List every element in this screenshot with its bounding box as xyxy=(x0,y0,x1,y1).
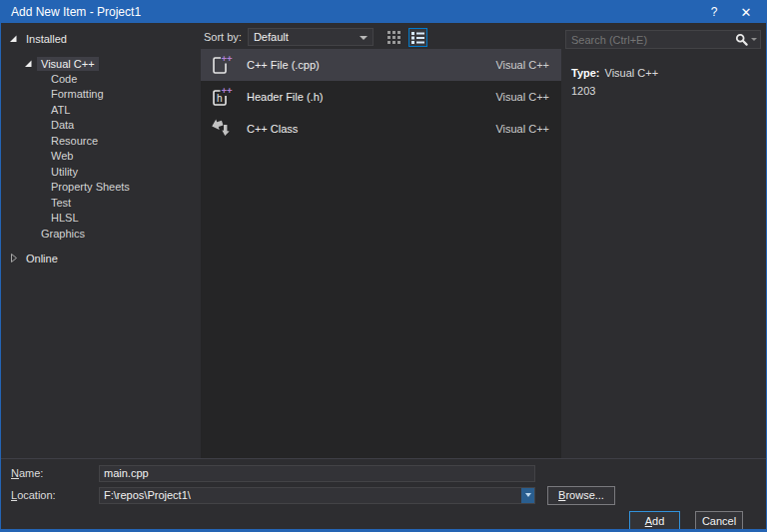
cpp-class-icon xyxy=(209,117,233,141)
add-new-item-dialog: Add New Item - Project1 ? ✕ Installed Vi… xyxy=(0,0,767,532)
tree-node-code[interactable]: Code xyxy=(1,71,201,87)
tree-spacer xyxy=(1,46,201,56)
location-label: Location: xyxy=(1,489,99,501)
tree-node-web[interactable]: Web xyxy=(1,149,201,165)
tree-node-label[interactable]: Online xyxy=(22,252,62,266)
sort-toolbar: Sort by: Default xyxy=(201,23,561,49)
template-category: Visual C++ xyxy=(495,59,549,71)
tree-node-label[interactable]: Formatting xyxy=(47,87,108,101)
search-box xyxy=(565,30,761,49)
close-button[interactable]: ✕ xyxy=(730,1,762,23)
help-button[interactable]: ? xyxy=(698,1,730,23)
name-label: Name: xyxy=(1,467,99,479)
template-category: Visual C++ xyxy=(495,123,549,135)
tree-node-label[interactable]: Resource xyxy=(47,134,102,148)
tree-node-installed[interactable]: Installed xyxy=(1,31,201,46)
expanded-triangle-icon[interactable] xyxy=(7,33,19,45)
location-field-row: Location: Browse... xyxy=(1,486,766,504)
small-icons-grid-icon xyxy=(386,30,401,45)
tree-spacer xyxy=(1,241,201,251)
tree-node-resource[interactable]: Resource xyxy=(1,133,201,149)
list-view-icon xyxy=(410,30,425,45)
tree-node-atl[interactable]: ATL xyxy=(1,102,201,118)
search-input[interactable] xyxy=(565,30,761,49)
tree-node-label[interactable]: Property Sheets xyxy=(47,180,134,194)
details-panel: Type:Visual C++ 1203 xyxy=(561,23,766,458)
name-field-row: Name: xyxy=(1,464,766,482)
list-view-button[interactable] xyxy=(408,28,427,47)
tree-node-formatting[interactable]: Formatting xyxy=(1,87,201,103)
tree-node-property-sheets[interactable]: Property Sheets xyxy=(1,180,201,196)
dialog-title: Add New Item - Project1 xyxy=(1,5,698,19)
tree-node-label[interactable]: Data xyxy=(47,118,78,132)
template-category: Visual C++ xyxy=(495,91,549,103)
template-name: Header File (.h) xyxy=(247,91,495,103)
tree-node-test[interactable]: Test xyxy=(1,195,201,211)
category-tree: Installed Visual C++ Code Formatting ATL… xyxy=(1,23,201,458)
collapsed-triangle-icon[interactable] xyxy=(7,253,19,265)
tree-node-utility[interactable]: Utility xyxy=(1,164,201,180)
cpp-file-icon: ++ xyxy=(209,53,233,77)
template-panel: Sort by: Default xyxy=(201,23,561,458)
tree-node-visual-cpp[interactable]: Visual C++ xyxy=(1,56,201,71)
dialog-footer: Name: Location: Browse... Add Cancel xyxy=(1,458,766,529)
tree-node-label[interactable]: HLSL xyxy=(47,211,83,225)
tree-node-online[interactable]: Online xyxy=(1,251,201,266)
search-icon[interactable] xyxy=(735,33,748,46)
template-list: ++ C++ File (.cpp) Visual C++ h ++ Heade… xyxy=(201,49,561,458)
search-controls xyxy=(735,33,757,46)
tree-node-label[interactable]: Code xyxy=(47,72,81,86)
template-row-header-file[interactable]: h ++ Header File (.h) Visual C++ xyxy=(201,81,561,113)
sort-dropdown-value: Default xyxy=(254,31,289,43)
tree-node-graphics[interactable]: Graphics xyxy=(1,226,201,241)
template-name: C++ Class xyxy=(247,123,495,135)
cancel-button[interactable]: Cancel xyxy=(695,511,743,531)
template-row-cpp-file[interactable]: ++ C++ File (.cpp) Visual C++ xyxy=(201,49,561,81)
search-options-chevron-icon[interactable] xyxy=(751,38,757,41)
tree-node-data[interactable]: Data xyxy=(1,118,201,134)
location-dropdown-button[interactable] xyxy=(521,488,534,503)
tree-node-label[interactable]: ATL xyxy=(47,103,74,117)
title-bar[interactable]: Add New Item - Project1 ? ✕ xyxy=(1,1,766,23)
template-details: Type:Visual C++ 1203 xyxy=(571,64,761,100)
location-input[interactable] xyxy=(99,487,535,504)
name-input[interactable] xyxy=(99,465,535,482)
svg-text:++: ++ xyxy=(222,85,234,96)
tree-node-label[interactable]: Utility xyxy=(47,165,82,179)
type-label: Type: xyxy=(571,67,600,79)
chevron-down-icon xyxy=(525,493,531,497)
dialog-body: Installed Visual C++ Code Formatting ATL… xyxy=(1,23,766,458)
add-button[interactable]: Add xyxy=(629,511,680,531)
tree-node-label[interactable]: Test xyxy=(47,196,75,210)
tree-node-label[interactable]: Graphics xyxy=(37,227,89,241)
tree-node-label[interactable]: Installed xyxy=(22,32,71,46)
tree-node-hlsl[interactable]: HLSL xyxy=(1,211,201,227)
small-icons-view-button[interactable] xyxy=(384,28,403,47)
tree-node-label[interactable]: Web xyxy=(47,149,77,163)
expanded-triangle-icon[interactable] xyxy=(22,58,34,70)
chevron-down-icon xyxy=(360,36,368,40)
tree-node-label[interactable]: Visual C++ xyxy=(37,57,99,71)
action-buttons-row: Add Cancel xyxy=(1,511,766,531)
sort-by-label: Sort by: xyxy=(204,31,242,43)
location-combobox xyxy=(99,487,535,504)
template-sort-order: 1203 xyxy=(571,82,761,100)
type-value: Visual C++ xyxy=(605,67,659,79)
svg-text:++: ++ xyxy=(222,53,234,64)
browse-button[interactable]: Browse... xyxy=(547,486,615,505)
template-row-cpp-class[interactable]: C++ Class Visual C++ xyxy=(201,113,561,145)
sort-dropdown[interactable]: Default xyxy=(248,28,374,46)
template-name: C++ File (.cpp) xyxy=(247,59,495,71)
header-file-icon: h ++ xyxy=(209,85,233,109)
